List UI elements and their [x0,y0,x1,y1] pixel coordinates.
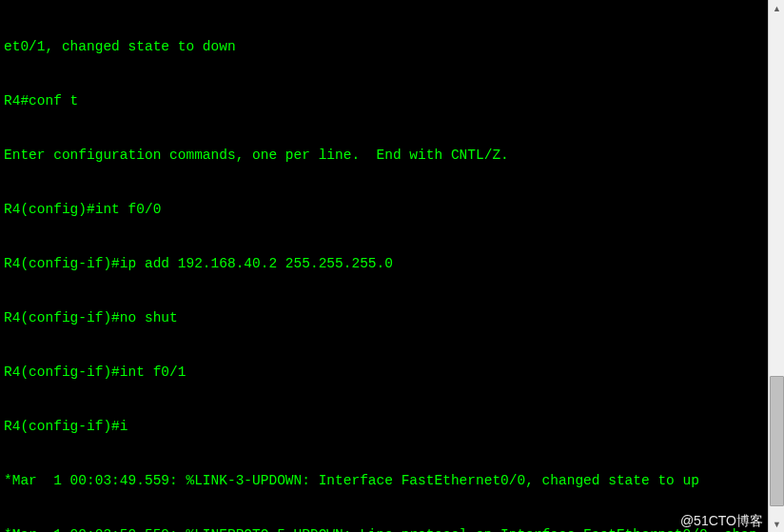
scrollbar-down-button[interactable]: ▼ [769,516,784,532]
terminal-line: R4(config-if)#i [4,418,764,436]
terminal-line: R4(config-if)#int f0/1 [4,364,764,382]
terminal-line: *Mar 1 00:03:49.559: %LINK-3-UPDOWN: Int… [4,472,764,490]
terminal-line: Enter configuration commands, one per li… [4,147,764,165]
scrollbar-track[interactable] [769,16,784,516]
scrollbar-thumb[interactable] [770,376,784,506]
watermark-text: @51CTO博客 [680,513,763,530]
terminal-line: *Mar 1 00:03:50.559: %LINEPROTO-5-UPDOWN… [4,526,764,532]
terminal-line: et0/1, changed state to down [4,38,764,56]
terminal-window: et0/1, changed state to down R4#conf t E… [0,0,784,532]
terminal-line: R4(config-if)#no shut [4,309,764,327]
scrollbar-up-button[interactable]: ▲ [769,0,784,16]
terminal-output[interactable]: et0/1, changed state to down R4#conf t E… [0,0,768,532]
terminal-line: R4#conf t [4,92,764,110]
terminal-line: R4(config-if)#ip add 192.168.40.2 255.25… [4,255,764,273]
vertical-scrollbar[interactable]: ▲ ▼ [768,0,784,532]
terminal-line: R4(config)#int f0/0 [4,201,764,219]
